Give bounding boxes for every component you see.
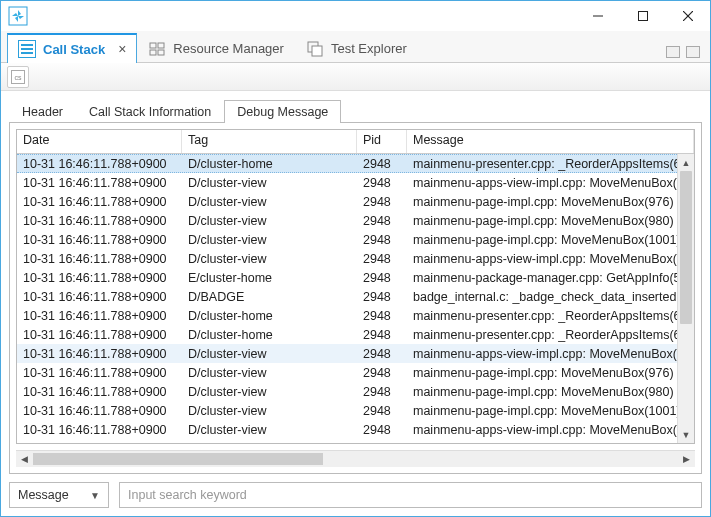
grid: Date Tag Pid Message 10-31 16:46:11.788+…: [16, 129, 695, 444]
cell-msg: mainmenu-presenter.cpp: _ReorderAppsItem…: [407, 306, 677, 326]
cell-msg: mainmenu-page-impl.cpp: MoveMenuBox(1001…: [407, 230, 677, 250]
cell-pid: 2948: [357, 306, 407, 326]
cell-date: 10-31 16:46:11.788+0900: [17, 268, 182, 288]
toolbar: cs: [1, 63, 710, 91]
search-input[interactable]: [119, 482, 702, 508]
svg-rect-12: [158, 50, 164, 55]
cell-pid: 2948: [357, 230, 407, 250]
cell-pid: 2948: [357, 420, 407, 440]
table-row[interactable]: 10-31 16:46:11.788+0900D/cluster-view294…: [17, 401, 677, 420]
scroll-up-icon[interactable]: ▲: [678, 154, 694, 171]
svg-rect-11: [150, 50, 156, 55]
scroll-track[interactable]: [678, 171, 694, 426]
tabstrip-right-controls: [666, 46, 710, 62]
scroll-track[interactable]: [33, 451, 678, 467]
scroll-down-icon[interactable]: ▼: [678, 426, 694, 443]
titlebar: [1, 1, 710, 31]
grid-body: 10-31 16:46:11.788+0900D/cluster-home294…: [17, 154, 694, 443]
table-row[interactable]: 10-31 16:46:11.788+0900D/cluster-view294…: [17, 344, 677, 363]
table-row[interactable]: 10-31 16:46:11.788+0900D/cluster-home294…: [17, 154, 677, 173]
column-header-message[interactable]: Message: [407, 130, 694, 153]
cell-tag: D/cluster-view: [182, 401, 357, 421]
cell-tag: D/BADGE: [182, 287, 357, 307]
table-row[interactable]: 10-31 16:46:11.788+0900E/cluster-home294…: [17, 439, 677, 443]
horizontal-scrollbar[interactable]: ◀ ▶: [16, 450, 695, 467]
cell-msg: mainmenu-package-manager.cpp: GetAppInfo…: [407, 268, 677, 288]
tab-label: Test Explorer: [331, 41, 407, 56]
subtab-call-stack-info[interactable]: Call Stack Information: [76, 100, 224, 123]
table-row[interactable]: 10-31 16:46:11.788+0900D/cluster-view294…: [17, 420, 677, 439]
svg-rect-7: [21, 48, 33, 50]
minimize-button[interactable]: [575, 1, 620, 31]
table-row[interactable]: 10-31 16:46:11.788+0900D/cluster-home294…: [17, 306, 677, 325]
cell-date: 10-31 16:46:11.788+0900: [17, 306, 182, 326]
cell-date: 10-31 16:46:11.788+0900: [17, 401, 182, 421]
table-row[interactable]: 10-31 16:46:11.788+0900D/cluster-home294…: [17, 325, 677, 344]
cell-msg: mainmenu-package-manager.cpp: GetAppInfo…: [407, 439, 677, 444]
tab-label: Call Stack: [43, 42, 105, 57]
vertical-scrollbar[interactable]: ▲ ▼: [677, 154, 694, 443]
maximize-pane-button[interactable]: [686, 46, 700, 58]
table-row[interactable]: 10-31 16:46:11.788+0900E/cluster-home294…: [17, 268, 677, 287]
column-header-date[interactable]: Date: [17, 130, 182, 153]
grid-container: Date Tag Pid Message 10-31 16:46:11.788+…: [9, 123, 702, 474]
table-row[interactable]: 10-31 16:46:11.788+0900D/cluster-view294…: [17, 211, 677, 230]
cell-msg: mainmenu-page-impl.cpp: MoveMenuBox(976)…: [407, 363, 677, 383]
scroll-right-icon[interactable]: ▶: [678, 451, 695, 467]
cell-date: 10-31 16:46:11.788+0900: [17, 439, 182, 444]
stack-icon: [18, 40, 36, 58]
scroll-thumb[interactable]: [680, 171, 692, 324]
cell-date: 10-31 16:46:11.788+0900: [17, 249, 182, 269]
table-row[interactable]: 10-31 16:46:11.788+0900D/cluster-view294…: [17, 192, 677, 211]
cell-msg: mainmenu-page-impl.cpp: MoveMenuBox(980)…: [407, 382, 677, 402]
table-row[interactable]: 10-31 16:46:11.788+0900D/cluster-view294…: [17, 230, 677, 249]
cell-tag: E/cluster-home: [182, 439, 357, 444]
tab-test-explorer[interactable]: Test Explorer: [295, 33, 418, 63]
cell-pid: 2948: [357, 192, 407, 212]
svg-rect-14: [312, 46, 322, 56]
cell-tag: D/cluster-home: [182, 306, 357, 326]
cell-date: 10-31 16:46:11.788+0900: [17, 211, 182, 231]
tab-call-stack[interactable]: Call Stack ×: [7, 33, 137, 63]
cs-tool-button[interactable]: cs: [7, 66, 29, 88]
table-row[interactable]: 10-31 16:46:11.788+0900D/cluster-view294…: [17, 382, 677, 401]
cell-date: 10-31 16:46:11.788+0900: [17, 344, 182, 364]
search-field-dropdown[interactable]: Message ▼: [9, 482, 109, 508]
cell-pid: 2948: [357, 325, 407, 345]
cell-tag: D/cluster-view: [182, 211, 357, 231]
svg-rect-6: [21, 44, 33, 46]
cell-pid: 2948: [357, 268, 407, 288]
main-tabstrip: Call Stack × Resource Manager Test Explo…: [1, 31, 710, 63]
tab-close-icon[interactable]: ×: [118, 41, 126, 57]
cell-msg: mainmenu-apps-view-impl.cpp: MoveMenuBox…: [407, 344, 677, 364]
resource-icon: [148, 40, 166, 58]
table-row[interactable]: 10-31 16:46:11.788+0900D/cluster-view294…: [17, 363, 677, 382]
cell-pid: 2948: [357, 344, 407, 364]
maximize-button[interactable]: [620, 1, 665, 31]
cell-pid: 2948: [357, 439, 407, 444]
scroll-left-icon[interactable]: ◀: [16, 451, 33, 467]
cell-pid: 2948: [357, 382, 407, 402]
minimize-pane-button[interactable]: [666, 46, 680, 58]
table-row[interactable]: 10-31 16:46:11.788+0900D/BADGE2948badge_…: [17, 287, 677, 306]
table-row[interactable]: 10-31 16:46:11.788+0900D/cluster-view294…: [17, 173, 677, 192]
cell-msg: badge_internal.c: _badge_check_data_inse…: [407, 287, 677, 307]
tab-resource-manager[interactable]: Resource Manager: [137, 33, 295, 63]
cell-pid: 2948: [357, 287, 407, 307]
column-header-pid[interactable]: Pid: [357, 130, 407, 153]
subtab-debug-message[interactable]: Debug Message: [224, 100, 341, 123]
svg-rect-2: [638, 12, 647, 21]
cell-tag: D/cluster-view: [182, 173, 357, 193]
cell-tag: D/cluster-view: [182, 363, 357, 383]
scroll-thumb[interactable]: [33, 453, 323, 465]
chevron-down-icon: ▼: [90, 490, 100, 501]
cell-msg: mainmenu-presenter.cpp: _ReorderAppsItem…: [407, 154, 677, 174]
column-header-tag[interactable]: Tag: [182, 130, 357, 153]
cell-date: 10-31 16:46:11.788+0900: [17, 287, 182, 307]
subtab-header[interactable]: Header: [9, 100, 76, 123]
search-bar: Message ▼: [1, 482, 710, 516]
sub-tabstrip: Header Call Stack Information Debug Mess…: [9, 97, 702, 123]
table-row[interactable]: 10-31 16:46:11.788+0900D/cluster-view294…: [17, 249, 677, 268]
close-button[interactable]: [665, 1, 710, 31]
cell-tag: D/cluster-view: [182, 249, 357, 269]
